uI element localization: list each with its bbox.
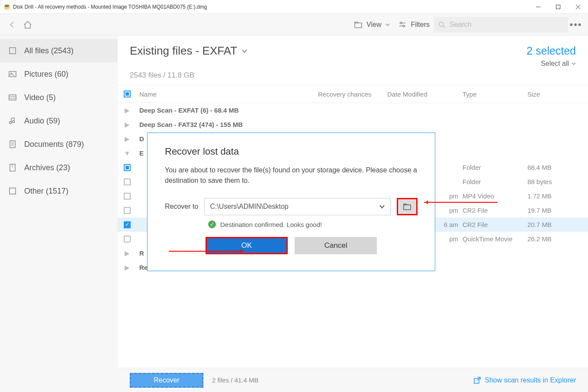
chevron-down-icon <box>241 48 247 54</box>
sidebar-item-other[interactable]: Other (1517) <box>0 179 118 203</box>
footer-info: 2 files / 41.4 MB <box>212 376 259 384</box>
svg-point-22 <box>13 121 15 123</box>
pictures-icon <box>8 69 17 79</box>
row-checkbox[interactable] <box>124 236 131 243</box>
row-type: QuickTime Movie <box>463 235 527 243</box>
annotation-arrow <box>424 202 498 203</box>
sliders-icon <box>398 21 406 29</box>
check-icon: ✓ <box>208 220 216 228</box>
selected-count: 2 selected <box>527 45 576 57</box>
row-type: Folder <box>463 178 527 185</box>
more-button[interactable]: ••• <box>568 17 584 32</box>
expand-icon[interactable]: ▶ <box>118 107 137 114</box>
destination-select[interactable]: C:\Users\ADMIN\Desktop <box>204 198 391 215</box>
group-row[interactable]: ▶Deep Scan - FAT32 (474) - 155 MB <box>118 117 588 132</box>
row-type: Folder <box>463 164 527 171</box>
page-title[interactable]: Existing files - EXFAT <box>130 44 247 58</box>
svg-point-2 <box>7 6 8 6</box>
svg-rect-15 <box>10 48 16 54</box>
close-button[interactable] <box>568 0 588 14</box>
svg-point-11 <box>400 22 402 24</box>
chevron-down-icon <box>572 62 576 66</box>
files-icon <box>8 46 17 55</box>
group-row[interactable]: ▶Deep Scan - EXFAT (6) - 68.4 MB <box>118 103 588 117</box>
svg-point-0 <box>4 4 10 10</box>
sidebar-item-audio[interactable]: Audio (59) <box>0 109 118 133</box>
video-icon <box>8 93 17 102</box>
col-date[interactable]: Date Modified <box>387 91 463 98</box>
table-header: Name Recovery chances Date Modified Type… <box>118 85 588 103</box>
sidebar-label: Archives (23) <box>24 163 70 172</box>
home-button[interactable] <box>20 17 35 32</box>
row-type: MP4 Video <box>463 192 527 200</box>
sidebar-item-documents[interactable]: Documents (879) <box>0 133 118 156</box>
sidebar-label: Video (5) <box>24 93 56 102</box>
select-all-checkbox[interactable] <box>124 91 131 97</box>
svg-rect-32 <box>404 205 411 210</box>
page-subtitle: 2543 files / 11.8 GB <box>130 71 576 80</box>
view-label: View <box>366 21 381 29</box>
row-checkbox[interactable] <box>124 221 131 228</box>
col-size[interactable]: Size <box>527 91 588 98</box>
row-checkbox[interactable] <box>124 193 131 200</box>
row-size: 19.7 MB <box>527 207 588 214</box>
sidebar-label: Pictures (60) <box>24 70 68 79</box>
col-recovery[interactable]: Recovery chances <box>318 91 387 98</box>
row-size: 1.72 MB <box>527 192 588 200</box>
row-checkbox[interactable] <box>124 207 131 214</box>
svg-rect-5 <box>556 5 560 9</box>
maximize-button[interactable] <box>548 0 568 14</box>
back-button[interactable] <box>4 17 20 32</box>
sidebar-item-archives[interactable]: Archives (23) <box>0 156 118 179</box>
search-placeholder: Search <box>450 21 472 29</box>
group-label: Deep Scan - EXFAT (6) - 68.4 MB <box>137 107 588 114</box>
minimize-button[interactable] <box>528 0 548 14</box>
annotation-arrow <box>169 251 244 252</box>
expand-icon[interactable]: ▶ <box>118 249 137 257</box>
expand-icon[interactable]: ▶ <box>118 135 137 143</box>
row-checkbox[interactable] <box>124 164 131 171</box>
svg-rect-3 <box>5 5 9 6</box>
expand-icon[interactable]: ▶ <box>118 121 137 129</box>
window-controls <box>528 0 588 14</box>
show-in-explorer-link[interactable]: Show scan results in Explorer <box>473 376 576 384</box>
expand-icon[interactable]: ▶ <box>118 264 137 272</box>
expand-icon[interactable]: ▼ <box>118 149 137 157</box>
svg-line-14 <box>443 26 445 28</box>
audio-icon <box>8 116 17 126</box>
row-size: 26.2 MB <box>527 235 588 243</box>
svg-point-13 <box>439 22 443 26</box>
sidebar: All files (2543) Pictures (60) Video (5)… <box>0 36 118 392</box>
browse-button[interactable] <box>397 198 418 215</box>
view-dropdown[interactable]: View <box>350 17 394 32</box>
sidebar-item-video[interactable]: Video (5) <box>0 86 118 109</box>
cancel-button[interactable]: Cancel <box>295 237 377 254</box>
footer: Recover 2 files / 41.4 MB Show scan resu… <box>118 368 588 392</box>
search-input[interactable]: Search <box>434 17 568 32</box>
svg-line-23 <box>11 118 14 118</box>
svg-point-12 <box>403 25 405 27</box>
svg-rect-8 <box>355 23 362 28</box>
recover-button[interactable]: Recover <box>130 373 203 388</box>
svg-point-1 <box>6 6 6 6</box>
ok-button[interactable]: OK <box>206 237 288 254</box>
col-type[interactable]: Type <box>463 91 527 98</box>
select-all-button[interactable]: Select all <box>527 60 576 68</box>
sidebar-label: All files (2543) <box>24 46 74 55</box>
row-checkbox[interactable] <box>124 178 131 185</box>
group-label: Deep Scan - FAT32 (474) - 155 MB <box>137 121 588 128</box>
folder-icon <box>403 202 411 211</box>
row-size: 20.7 MB <box>527 221 588 228</box>
destination-confirmation: ✓ Destination confirmed. Looks good! <box>165 220 418 228</box>
documents-icon <box>8 139 17 149</box>
window-title: Disk Drill - All recovery methods - Moun… <box>13 4 207 10</box>
filters-button[interactable]: Filters <box>394 17 434 32</box>
chevron-down-icon <box>386 23 390 27</box>
dialog-text: You are about to recover the file(s) fou… <box>165 165 418 186</box>
sidebar-label: Audio (59) <box>24 117 60 126</box>
archives-icon <box>8 163 17 172</box>
sidebar-item-all-files[interactable]: All files (2543) <box>0 39 118 62</box>
row-type: CR2 File <box>463 221 527 228</box>
sidebar-item-pictures[interactable]: Pictures (60) <box>0 62 118 86</box>
col-name[interactable]: Name <box>137 91 318 98</box>
